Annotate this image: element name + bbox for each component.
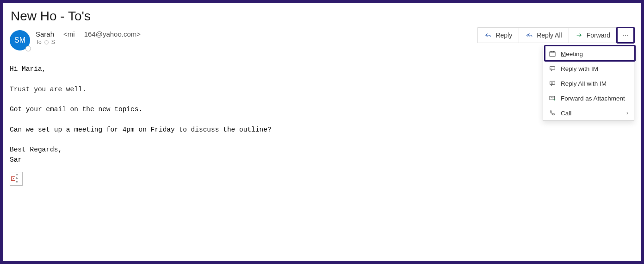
forward-attachment-label: Forward as Attachment <box>561 95 628 102</box>
email-subject: New Ho - To's <box>10 8 634 28</box>
menu-item-meeting[interactable]: Meeting <box>543 46 634 61</box>
recipient-name: S <box>51 39 55 45</box>
svg-rect-7 <box>550 66 555 69</box>
reply-all-im-label: Reply All with IM <box>561 80 628 87</box>
reply-label: Reply <box>495 31 512 39</box>
chevron-right-icon: › <box>626 110 628 116</box>
svg-rect-8 <box>550 81 555 84</box>
sender-email-prefix: <mi <box>63 30 75 38</box>
menu-item-reply-im[interactable]: Reply with IM <box>543 61 634 76</box>
forward-arrow-icon <box>576 31 583 39</box>
svg-point-2 <box>627 35 628 36</box>
svg-rect-3 <box>550 51 555 57</box>
attachment-text: T h e <box>16 174 18 183</box>
menu-item-call[interactable]: Call › <box>543 106 634 120</box>
message-actions-toolbar: Reply Reply All Forward <box>478 27 634 43</box>
menu-item-forward-attachment[interactable]: Forward as Attachment <box>543 91 634 106</box>
email-body: Hi Maria, Trust you are well. Got your e… <box>10 64 634 165</box>
menu-item-reply-all-im[interactable]: Reply All with IM <box>543 76 634 91</box>
svg-point-1 <box>625 35 626 36</box>
forward-label: Forward <box>587 31 610 39</box>
sender-email-suffix: 164@yahoo.com> <box>84 30 141 38</box>
meeting-label: Meeting <box>561 50 628 57</box>
sender-avatar[interactable]: SM <box>10 30 32 52</box>
reply-icon <box>484 31 492 39</box>
ellipsis-icon <box>622 31 629 39</box>
svg-point-0 <box>623 35 624 36</box>
calendar-icon <box>549 50 556 57</box>
broken-image-icon: ✕ <box>11 176 15 181</box>
recipient-presence-icon <box>44 40 49 44</box>
more-actions-button[interactable] <box>617 27 634 43</box>
reply-im-label: Reply with IM <box>561 65 628 72</box>
chat-reply-icon <box>549 65 556 72</box>
reply-all-icon <box>526 31 533 39</box>
phone-icon <box>549 109 556 117</box>
call-label: Call <box>561 110 622 117</box>
reply-all-button[interactable]: Reply All <box>519 27 569 43</box>
attachment-placeholder[interactable]: ✕ T h e <box>10 172 23 186</box>
more-actions-menu: Meeting Reply with IM Reply All with IM … <box>543 46 634 121</box>
chat-reply-all-icon <box>549 80 556 87</box>
to-label: To <box>36 39 42 45</box>
email-reading-pane: New Ho - To's SM Sarah <mi 164@yahoo.com… <box>3 3 641 261</box>
forward-button[interactable]: Forward <box>569 27 617 43</box>
reply-button[interactable]: Reply <box>477 27 519 43</box>
reply-all-label: Reply All <box>537 31 562 39</box>
presence-indicator <box>25 46 31 51</box>
sender-name: Sarah <box>36 30 54 38</box>
envelope-forward-icon <box>549 94 556 102</box>
